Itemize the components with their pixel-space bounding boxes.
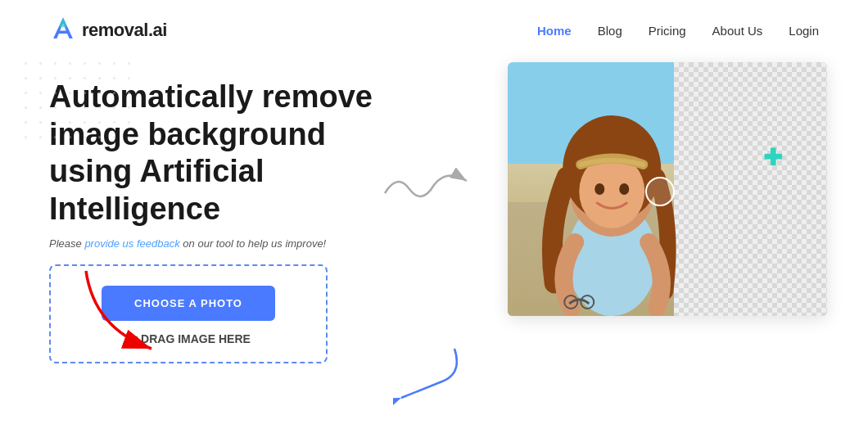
feedback-link[interactable]: provide us feedback <box>84 237 179 250</box>
feedback-post: on our tool to help us improve! <box>180 237 327 250</box>
plus-decoration: ✚ <box>763 144 782 171</box>
feedback-text: Please provide us feedback on our tool t… <box>49 237 475 250</box>
nav-blog[interactable]: Blog <box>598 24 622 38</box>
svg-point-9 <box>619 183 629 195</box>
image-cursor-circle <box>645 177 675 206</box>
nav-pricing[interactable]: Pricing <box>649 24 686 38</box>
right-section: ✚ <box>508 62 827 316</box>
nav-login[interactable]: Login <box>789 24 819 38</box>
logo-text: removal.ai <box>82 20 167 41</box>
logo-icon <box>49 15 77 46</box>
dot-grid-decoration: // Generate dots document.currentScript.… <box>25 62 136 144</box>
hero-image <box>508 62 827 316</box>
logo[interactable]: removal.ai <box>49 15 167 46</box>
main-content: // Generate dots document.currentScript.… <box>0 46 868 363</box>
squiggle-bottom-decoration <box>393 341 467 409</box>
header: removal.ai Home Blog Pricing About Us Lo… <box>0 0 868 46</box>
svg-point-8 <box>594 183 604 195</box>
nav-home[interactable]: Home <box>537 24 572 38</box>
squiggle-top-decoration <box>377 165 475 225</box>
nav-about-us[interactable]: About Us <box>712 24 763 38</box>
main-nav: Home Blog Pricing About Us Login <box>537 24 819 38</box>
red-arrow-decoration <box>78 263 176 364</box>
feedback-pre: Please <box>49 237 84 250</box>
